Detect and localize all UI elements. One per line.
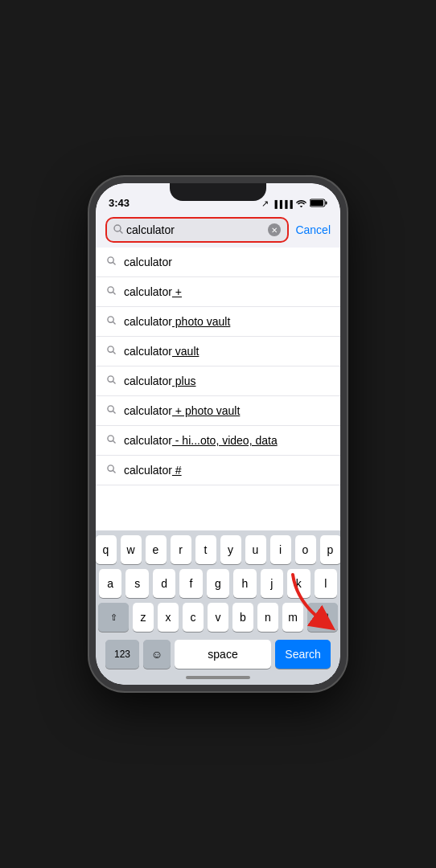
suggestion-item-2[interactable]: calculator + <box>96 277 340 307</box>
key-emoji[interactable]: ☺ <box>143 640 171 669</box>
notch <box>170 183 266 201</box>
keyboard-row-1: q w e r t y u i o p <box>99 535 337 564</box>
location-icon: ↗ <box>261 199 269 209</box>
suggestion-item-8[interactable]: calculator # <box>96 456 340 485</box>
keyboard-row-3: ⇧ z x c v b n m ⌫ <box>99 603 337 632</box>
suggestion-item-4[interactable]: calculator vault <box>96 337 340 366</box>
search-button[interactable]: Search <box>275 640 331 669</box>
key-o[interactable]: o <box>295 535 316 564</box>
key-v[interactable]: v <box>208 603 228 632</box>
key-p[interactable]: p <box>320 535 341 564</box>
key-c[interactable]: c <box>183 603 204 632</box>
key-y[interactable]: y <box>220 535 241 564</box>
suggestion-search-icon-7 <box>107 435 116 446</box>
suggestion-search-icon-2 <box>107 286 116 297</box>
svg-line-16 <box>113 411 116 414</box>
key-space[interactable]: space <box>175 640 271 669</box>
key-b[interactable]: b <box>232 603 253 632</box>
keyboard: q w e r t y u i o p a s d f g h j k <box>96 530 340 685</box>
suggestion-search-icon-8 <box>107 465 116 476</box>
suggestion-search-icon-4 <box>107 346 116 357</box>
key-shift[interactable]: ⇧ <box>98 603 129 632</box>
key-x[interactable]: x <box>158 603 179 632</box>
search-query-text: calculator <box>126 223 265 236</box>
key-m[interactable]: m <box>282 603 303 632</box>
suggestion-item-1[interactable]: calculator <box>96 248 340 277</box>
key-f[interactable]: f <box>179 569 202 598</box>
cancel-button[interactable]: Cancel <box>295 223 331 236</box>
key-numbers[interactable]: 123 <box>105 640 139 669</box>
key-w[interactable]: w <box>121 535 142 564</box>
suggestion-text-1: calculator <box>124 256 172 268</box>
suggestion-search-icon-1 <box>107 256 116 268</box>
key-g[interactable]: g <box>207 569 229 598</box>
svg-line-4 <box>120 231 122 233</box>
svg-line-6 <box>113 263 116 265</box>
suggestion-item-5[interactable]: calculator plus <box>96 366 340 396</box>
suggestion-text-4: calculator vault <box>124 345 199 358</box>
key-q[interactable]: q <box>96 535 117 564</box>
key-j[interactable]: j <box>261 569 283 598</box>
keyboard-row-2: a s d f g h j k l <box>99 569 337 598</box>
wifi-icon <box>296 199 306 209</box>
svg-line-20 <box>113 471 116 473</box>
suggestions-list: calculator calculator + calculator photo… <box>96 248 340 530</box>
svg-line-8 <box>113 293 116 295</box>
suggestion-item-7[interactable]: calculator - hi...oto, video, data <box>96 426 340 456</box>
key-n[interactable]: n <box>257 603 278 632</box>
key-i[interactable]: i <box>270 535 291 564</box>
svg-line-14 <box>113 382 116 384</box>
suggestion-text-8: calculator # <box>124 464 182 477</box>
suggestion-search-icon-6 <box>107 405 116 416</box>
battery-icon <box>310 199 327 209</box>
key-z[interactable]: z <box>133 603 154 632</box>
suggestion-item-6[interactable]: calculator + photo vault <box>96 396 340 426</box>
key-delete[interactable]: ⌫ <box>307 603 338 632</box>
suggestion-text-2: calculator + <box>124 285 182 298</box>
key-d[interactable]: d <box>153 569 175 598</box>
phone-frame: 3:43 ↗ ▐▐▐▐ calculator ✕ <box>89 177 347 691</box>
suggestion-text-7: calculator - hi...oto, video, data <box>124 434 278 447</box>
suggestion-item-3[interactable]: calculator photo vault <box>96 307 340 337</box>
phone-screen: 3:43 ↗ ▐▐▐▐ calculator ✕ <box>96 183 340 685</box>
search-clear-button[interactable]: ✕ <box>268 223 281 236</box>
signal-icon: ▐▐▐▐ <box>272 200 293 208</box>
keyboard-bottom-row: 123 ☺ space Search <box>99 637 337 670</box>
key-k[interactable]: k <box>287 569 310 598</box>
svg-rect-1 <box>311 200 323 206</box>
key-s[interactable]: s <box>125 569 148 598</box>
status-icons: ↗ ▐▐▐▐ <box>261 199 327 209</box>
search-bar-row: calculator ✕ Cancel <box>96 212 340 248</box>
key-t[interactable]: t <box>195 535 216 564</box>
svg-rect-2 <box>326 202 327 205</box>
svg-line-10 <box>113 322 116 325</box>
svg-line-12 <box>113 352 116 354</box>
suggestion-text-3: calculator photo vault <box>124 315 230 328</box>
key-a[interactable]: a <box>99 569 121 598</box>
key-r[interactable]: r <box>171 535 191 564</box>
suggestion-text-6: calculator + photo vault <box>124 404 240 417</box>
suggestion-search-icon-3 <box>107 316 116 327</box>
suggestion-text-5: calculator plus <box>124 375 196 387</box>
svg-line-18 <box>113 441 116 444</box>
key-e[interactable]: e <box>146 535 167 564</box>
suggestion-search-icon-5 <box>107 375 116 387</box>
search-magnifier-icon <box>113 224 123 236</box>
key-l[interactable]: l <box>315 569 337 598</box>
home-indicator-row <box>99 670 337 685</box>
search-input-wrapper[interactable]: calculator ✕ <box>105 217 289 243</box>
home-indicator <box>186 676 250 679</box>
key-h[interactable]: h <box>233 569 256 598</box>
key-u[interactable]: u <box>245 535 266 564</box>
